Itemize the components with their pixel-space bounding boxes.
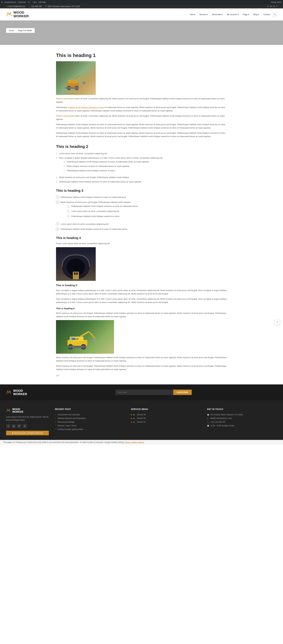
list-item: Morbi maximus sit amet purus sed feugiat… xyxy=(56,175,227,180)
svg-line-23 xyxy=(80,332,89,336)
list-item: Nunc vel ligula in augue tristique pelle… xyxy=(56,156,227,175)
ol-sub-item: 1Pellentesque habitant morbi tristique s… xyxy=(67,204,227,209)
heading-5: This is heading 5 xyxy=(56,284,227,287)
recent-post-item[interactable]: Planning and Design xyxy=(55,420,125,424)
contact-info: ✉ info1234@dmail.com 📞 123-456-789 📍 326… xyxy=(6,5,80,8)
nav-service[interactable]: Service ▾ xyxy=(198,12,210,17)
footer-twitter-icon[interactable]: ✕ xyxy=(22,424,27,428)
nav-shortcode[interactable]: Shortcode ▾ xyxy=(210,12,225,17)
tunnel-image xyxy=(56,247,96,281)
logo-text: WOOD WORKER xyxy=(13,11,29,18)
footer-recent-posts-col: Recent Post Construction and Assembly Ma… xyxy=(55,408,125,436)
search-button[interactable]: 🔍 xyxy=(273,12,277,16)
list-item: Pellentesque habitant morbi tristique se… xyxy=(64,160,227,164)
recent-post-item[interactable]: Discover, Learn, Thrive xyxy=(55,424,125,428)
breadcrumb-home[interactable]: Home xyxy=(9,29,14,32)
yellow-excavator-image: WALO xyxy=(56,320,114,354)
para-3: Fusce Lorem ipsum dolor sit amet, consec… xyxy=(56,114,227,121)
newsletter-input[interactable] xyxy=(115,390,173,395)
footer-instagram-icon[interactable]: in xyxy=(11,424,16,428)
contact-info-list: 🏠 20c Factory Street, Newyork, NY 10205 … xyxy=(207,413,277,428)
subscribe-button[interactable]: SUBSCRIBE xyxy=(173,390,192,395)
list-item: Pellentesque habitant morbi tristique se… xyxy=(56,180,227,184)
admin-site-link[interactable]: woodworker.pro xyxy=(4,1,16,3)
google-icon[interactable]: G xyxy=(270,5,272,8)
location-icon: 📍 xyxy=(45,5,47,8)
service-menu-item[interactable]: ▶Service 01 xyxy=(131,420,201,424)
svg-rect-13 xyxy=(74,272,75,275)
contact-hours: ⏰ 10:00 - 18:00 Sunday Closed xyxy=(207,424,277,428)
admin-updates: 0 1 xyxy=(28,1,30,3)
service-menu-item[interactable]: ▶Service 02 xyxy=(131,416,201,420)
nav-contact[interactable]: Contact xyxy=(262,12,272,17)
heading-6: This is heading 6 xyxy=(56,307,227,310)
footer-social: f in P ✕ xyxy=(6,424,49,428)
admin-bar: ■ woodworker.pro Customize 0 1 + New Edi… xyxy=(0,0,283,4)
contact-phone[interactable]: 📞 +111 123-456-787 xyxy=(207,420,277,424)
logo[interactable]: WOOD WORKER xyxy=(6,11,29,18)
admin-edit-page[interactable]: Edit Page xyxy=(39,1,46,3)
tunnel-svg xyxy=(57,249,94,279)
breadcrumb: Home → Page Full Width xyxy=(6,28,35,33)
recent-posts-list: Construction and Assembly Material Selec… xyxy=(55,413,125,431)
nav-blog[interactable]: Blog ▾ xyxy=(252,12,261,17)
footer-facebook-icon[interactable]: f xyxy=(6,424,10,428)
facebook-icon[interactable]: f xyxy=(276,5,277,8)
pencil-icon: ✏ xyxy=(276,320,278,324)
footer-about-logo-icon xyxy=(6,408,11,413)
heading-4: This is heading 4 xyxy=(56,236,227,240)
admin-wp-logo[interactable]: ■ xyxy=(1,1,2,3)
para-7: Nunc vel ligula in augue tristique pelle… xyxy=(56,289,227,296)
change-visibility-link[interactable]: change visibility settings xyxy=(124,441,144,444)
twitter-icon[interactable]: ✕ xyxy=(267,5,269,8)
social-links: ✕ G in f xyxy=(267,5,277,8)
footer-logo-text: WOOD WORKER xyxy=(13,389,27,396)
footer-pinterest-icon[interactable]: P xyxy=(17,424,21,428)
footer-about-logo: WOOD WORKER xyxy=(6,408,49,413)
para-4: Pellentesque habitant morbi tristique se… xyxy=(56,123,227,130)
phone-info: 📞 123-456-789 xyxy=(28,5,41,8)
contact-email[interactable]: ✉ Mail@ Constructions .com xyxy=(207,416,277,420)
newsletter-form: SUBSCRIBE xyxy=(115,390,192,395)
footer-about-text: Lorem Ipsum Dolor Sit Amet, Adipiscing E… xyxy=(6,416,49,422)
search-icon: 🔍 xyxy=(274,13,276,16)
recent-post-item[interactable]: Material Selection and Preparation xyxy=(55,416,125,420)
ol-item: 2Morbi maximus sit amet purus sed feugia… xyxy=(56,200,227,222)
footer-newsletter: WOOD WORKER SUBSCRIBE xyxy=(0,384,283,400)
edit-link[interactable]: Edit xyxy=(56,375,59,377)
ol-item: 4Pellentesque habitant morbi tristique s… xyxy=(56,227,227,232)
linkedin-icon[interactable]: in xyxy=(273,5,275,8)
recent-post-item[interactable]: Fueling Curiosity, Igniting Ideas xyxy=(55,428,125,431)
recent-posts-title: Recent Post xyxy=(55,408,125,410)
heading-3: This is heading 3 xyxy=(56,189,227,193)
nav-myaccount[interactable]: My account ▾ xyxy=(225,12,241,17)
ol-sub-item: 3Pellentesque habitant morbi tristique s… xyxy=(67,214,227,219)
heading-1: This is heading 1 xyxy=(56,52,227,58)
excavator-image xyxy=(56,61,96,95)
footer-logo: WOOD WORKER xyxy=(6,389,27,396)
nav-page[interactable]: Page ▾ xyxy=(241,12,251,17)
footer-logo-icon xyxy=(6,390,11,395)
sub-list: Pellentesque habitant morbi tristique se… xyxy=(64,160,227,173)
para-11: Morbi maximus sit amet purus sed feugiat… xyxy=(56,364,227,371)
get-in-touch-title: Get In Touch xyxy=(207,408,277,410)
svg-rect-0 xyxy=(6,11,12,18)
admin-new[interactable]: + New xyxy=(32,1,37,3)
service-menu-item[interactable]: ▶Service 03 xyxy=(131,413,201,416)
recent-post-item[interactable]: Construction and Assembly xyxy=(55,413,125,416)
para-2: Pellentesque habitant morbi tristique se… xyxy=(56,106,227,112)
email-footer-icon: ✉ xyxy=(207,417,209,420)
heading-2: This is heading 2 xyxy=(56,144,227,149)
floating-edit-button[interactable]: ✏ xyxy=(275,319,280,325)
admin-customize[interactable]: Customize xyxy=(18,1,26,3)
main-nav: Home Service ▾ Shortcode ▾ My account ▾ … xyxy=(188,12,277,17)
address-info: 📍 3261 Anmoore Lorem Ipsum, NY 11230 xyxy=(45,5,80,8)
phone-footer-icon: 📞 xyxy=(207,421,209,423)
para-1: Fusce Lorem ipsum dolor sit amet, consec… xyxy=(56,97,227,104)
svg-text:WALO: WALO xyxy=(72,338,78,340)
footer-main: WOOD WORKER Lorem Ipsum Dolor Sit Amet, … xyxy=(0,400,283,440)
service-menu-list: ▶Service 03 ▶Service 02 ▶Service 01 xyxy=(131,413,201,424)
ol-list: 1Pellentesque habitant morbi tristique s… xyxy=(56,195,227,232)
footer-contact-col: Get In Touch 🏠 20c Factory Street, Newyo… xyxy=(207,408,277,436)
nav-home[interactable]: Home xyxy=(188,12,197,17)
